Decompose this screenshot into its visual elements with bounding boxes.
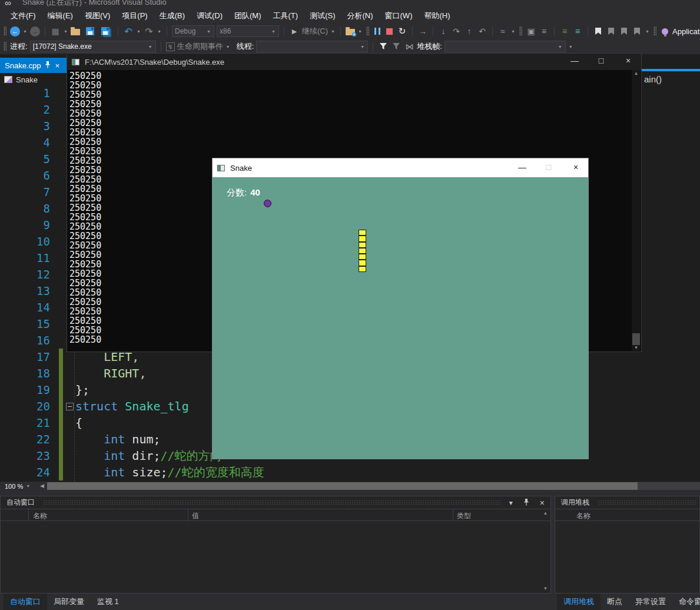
stack-frame-dropdown[interactable]: ▾ xyxy=(444,41,566,52)
browse-dropdown-icon[interactable]: ▾ xyxy=(357,29,363,34)
lifecycle-dropdown-icon[interactable]: ▾ xyxy=(225,44,231,49)
panel-tab[interactable]: 断点 xyxy=(601,594,629,610)
apply-code-changes-icon[interactable]: ≈ xyxy=(497,26,508,37)
game-canvas[interactable]: 分数:40 xyxy=(213,177,588,459)
maximize-button[interactable]: □ xyxy=(595,56,608,65)
callstack-panel-header[interactable]: 调用堆栈 xyxy=(555,496,699,509)
code-text[interactable]: int dir;//蛇的方向 xyxy=(75,447,222,464)
continue-dropdown-icon[interactable]: ▾ xyxy=(330,29,336,34)
code-text[interactable]: int num; xyxy=(75,431,161,447)
solution-configuration-dropdown[interactable]: Debug ▾ xyxy=(172,25,214,37)
minimize-button[interactable]: — xyxy=(515,163,529,172)
toolbar-grip[interactable] xyxy=(4,42,6,51)
toolbar-grip[interactable] xyxy=(366,26,369,36)
redo-icon[interactable] xyxy=(144,26,154,37)
flagged-threads-filter-icon[interactable] xyxy=(391,41,402,52)
panel-tab[interactable]: 异常设置 xyxy=(629,594,672,610)
parallel-watch-icon[interactable]: ≡ xyxy=(572,26,583,37)
vs-title-bar[interactable]: ∞ Snake (正在运行) - Microsoft Visual Studio xyxy=(0,0,700,8)
panel-tab[interactable]: 局部变量 xyxy=(47,594,91,610)
game-title-bar[interactable]: Snake — □ × xyxy=(213,158,588,177)
toolbar-grip[interactable] xyxy=(519,26,522,36)
continue-button[interactable]: 继续(C) xyxy=(302,26,328,37)
horizontal-scrollbar[interactable] xyxy=(47,482,700,490)
close-button[interactable]: × xyxy=(622,56,635,65)
window-position-icon[interactable]: ▾ xyxy=(509,499,513,506)
panel-tab[interactable]: 调用堆栈 xyxy=(557,594,601,610)
navigation-scope-dropdown[interactable]: Snake xyxy=(0,73,38,86)
apply-code-changes-dropdown-icon[interactable]: ▾ xyxy=(510,29,516,34)
suggestion-mode-icon[interactable]: ⋈ xyxy=(404,41,414,52)
close-icon[interactable]: × xyxy=(540,499,545,507)
panel-tab[interactable]: 自动窗口 xyxy=(4,594,47,610)
navigate-back-dropdown-icon[interactable]: ▾ xyxy=(22,29,28,34)
continue-play-icon[interactable] xyxy=(289,26,300,37)
application-insights-icon[interactable] xyxy=(662,28,668,35)
navigate-forward-icon[interactable] xyxy=(30,26,40,37)
close-button[interactable]: × xyxy=(569,163,583,172)
application-insights-button[interactable]: Application Ins xyxy=(672,27,700,36)
browse-search-icon[interactable] xyxy=(346,29,355,35)
step-backward-icon[interactable]: ↶ xyxy=(477,26,487,37)
step-out-icon[interactable]: ↑ xyxy=(464,26,475,37)
navigate-back-icon[interactable] xyxy=(10,26,20,37)
menu-item[interactable]: 调试(D) xyxy=(191,8,228,24)
process-dropdown[interactable]: [17072] Snake.exe ▾ xyxy=(30,41,156,52)
zoom-dropdown[interactable]: 100 % ▾ xyxy=(1,482,38,490)
menu-item[interactable]: 项目(P) xyxy=(116,8,153,24)
toolbar-overflow-icon[interactable]: ▾ xyxy=(568,44,573,49)
toolbar-grip[interactable] xyxy=(4,26,6,36)
step-over-icon[interactable]: ↷ xyxy=(451,26,462,37)
show-threads-in-source-icon[interactable]: ▣ xyxy=(526,26,536,37)
column-header[interactable]: 类型 xyxy=(457,511,471,521)
new-project-icon[interactable] xyxy=(50,26,61,37)
scroll-down-icon[interactable]: ▼ xyxy=(541,586,550,591)
scrollbar-thumb[interactable] xyxy=(632,333,640,345)
code-line[interactable]: 24 int size;//蛇的宽度和高度 xyxy=(0,464,700,480)
save-all-icon[interactable] xyxy=(101,27,110,35)
code-text[interactable]: { xyxy=(75,415,82,431)
menu-item[interactable]: 团队(M) xyxy=(228,8,267,24)
show-next-statement-icon[interactable]: → xyxy=(417,26,428,37)
column-header[interactable]: 名称 xyxy=(576,511,590,521)
code-text[interactable]: }; xyxy=(75,382,89,398)
break-all-icon[interactable] xyxy=(374,28,380,35)
lifecycle-events-button[interactable]: 生命周期事件 xyxy=(177,41,223,52)
callstack-panel-body[interactable] xyxy=(556,522,699,592)
autos-panel-body[interactable] xyxy=(1,522,550,592)
scroll-down-icon[interactable]: ▼ xyxy=(632,345,641,350)
autos-panel-header[interactable]: 自动窗口 ▾ × xyxy=(1,496,550,509)
panel-tab[interactable]: 命令窗口 xyxy=(672,594,700,610)
tab-snake-cpp[interactable]: Snake.cpp × xyxy=(0,58,69,73)
scroll-up-icon[interactable]: ▲ xyxy=(632,71,641,76)
clear-bookmarks-icon[interactable] xyxy=(634,28,640,35)
minimize-button[interactable]: — xyxy=(568,56,581,65)
toolbar-grip[interactable] xyxy=(653,26,656,36)
step-into-icon[interactable]: ↓ xyxy=(438,26,449,37)
menu-item[interactable]: 文件(F) xyxy=(5,8,42,24)
stop-debugging-icon[interactable] xyxy=(386,28,393,35)
lifecycle-events-icon[interactable]: ↯ xyxy=(166,42,175,51)
restart-icon[interactable] xyxy=(397,26,407,37)
code-text[interactable]: struct Snake_tlg xyxy=(75,398,189,415)
navigation-member-dropdown[interactable]: ain() xyxy=(644,74,662,84)
tasks-window-icon[interactable]: ≡ xyxy=(559,26,570,37)
close-icon[interactable]: × xyxy=(55,61,59,70)
thread-dropdown[interactable]: ▾ xyxy=(256,41,368,52)
console-scrollbar[interactable]: ▲ ▼ xyxy=(632,70,641,351)
column-header[interactable]: 名称 xyxy=(33,511,47,521)
menu-item[interactable]: 视图(V) xyxy=(79,8,116,24)
menu-item[interactable]: 窗口(W) xyxy=(379,8,419,24)
scrollbar-thumb[interactable] xyxy=(47,482,638,490)
undo-dropdown-icon[interactable]: ▾ xyxy=(136,29,141,34)
scroll-up-icon[interactable]: ▲ xyxy=(541,510,550,516)
open-file-icon[interactable] xyxy=(71,29,80,35)
collapse-icon[interactable] xyxy=(66,403,74,410)
column-header[interactable]: 值 xyxy=(192,511,199,521)
pin-icon[interactable] xyxy=(523,499,529,507)
menu-item[interactable]: 测试(S) xyxy=(304,8,341,24)
menu-item[interactable]: 生成(B) xyxy=(154,8,191,24)
undo-icon[interactable] xyxy=(123,26,134,37)
menu-item[interactable]: 分析(N) xyxy=(341,8,379,24)
code-text[interactable]: int size;//蛇的宽度和高度 xyxy=(75,464,264,480)
